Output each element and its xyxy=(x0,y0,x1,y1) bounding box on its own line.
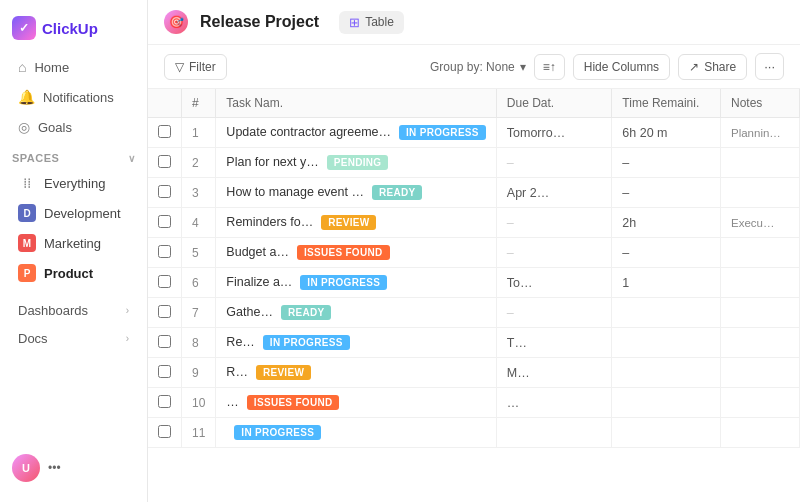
sidebar-dashboards[interactable]: Dashboards › xyxy=(6,297,141,324)
sidebar-nav-home[interactable]: ⌂ Home xyxy=(6,53,141,81)
filter-icon: ▽ xyxy=(175,60,184,74)
user-name: ••• xyxy=(48,461,61,475)
table-row[interactable]: 7Gathe…READY– xyxy=(148,298,800,328)
status-badge: READY xyxy=(372,185,423,200)
space-development-label: Development xyxy=(44,206,121,221)
sidebar-item-everything[interactable]: ⁞⁞ Everything xyxy=(6,169,141,197)
row-checkbox[interactable] xyxy=(148,418,182,448)
col-notes[interactable]: Notes xyxy=(720,89,799,118)
row-notes xyxy=(720,298,799,328)
table-view-tab[interactable]: ⊞ Table xyxy=(339,11,404,34)
row-notes xyxy=(720,328,799,358)
table-row[interactable]: 4Reminders fo…REVIEW–2hExecu… xyxy=(148,208,800,238)
sidebar-docs[interactable]: Docs › xyxy=(6,325,141,352)
sidebar-nav-goals[interactable]: ◎ Goals xyxy=(6,113,141,141)
row-checkbox[interactable] xyxy=(148,358,182,388)
row-checkbox[interactable] xyxy=(148,148,182,178)
row-time-remaining: – xyxy=(612,238,721,268)
home-icon: ⌂ xyxy=(18,59,26,75)
row-task-name[interactable]: Budget a…ISSUES FOUND xyxy=(216,238,496,268)
everything-icon: ⁞⁞ xyxy=(18,174,36,192)
hide-columns-label: Hide Columns xyxy=(584,60,659,74)
sidebar-item-product[interactable]: P Product xyxy=(6,259,141,287)
row-due-date: Tomorro… xyxy=(496,118,612,148)
row-num: 2 xyxy=(182,148,216,178)
sidebar-item-development[interactable]: D Development xyxy=(6,199,141,227)
row-notes xyxy=(720,418,799,448)
row-checkbox[interactable] xyxy=(148,238,182,268)
col-due-date[interactable]: Due Dat. xyxy=(496,89,612,118)
row-num: 9 xyxy=(182,358,216,388)
table-row[interactable]: 8Re…IN PROGRESST… xyxy=(148,328,800,358)
row-checkbox[interactable] xyxy=(148,118,182,148)
table-row[interactable]: 9R…REVIEWM… xyxy=(148,358,800,388)
space-product-label: Product xyxy=(44,266,93,281)
status-badge: IN PROGRESS xyxy=(234,425,321,440)
spaces-section-header: Spaces ∨ xyxy=(0,142,147,168)
dashboards-chevron: › xyxy=(126,305,129,316)
table-row[interactable]: 11IN PROGRESS xyxy=(148,418,800,448)
docs-chevron: › xyxy=(126,333,129,344)
group-by-selector[interactable]: Group by: None ▾ xyxy=(430,60,526,74)
table-row[interactable]: 6Finalize a…IN PROGRESSTo…1 xyxy=(148,268,800,298)
marketing-dot: M xyxy=(18,234,36,252)
task-table-container: # Task Nam. Due Dat. Time Remaini. Notes… xyxy=(148,89,800,502)
table-row[interactable]: 3How to manage event …READYApr 2…– xyxy=(148,178,800,208)
share-button[interactable]: ↗ Share xyxy=(678,54,747,80)
nav-goals-label: Goals xyxy=(38,120,72,135)
col-time-remaining[interactable]: Time Remaini. xyxy=(612,89,721,118)
status-badge: IN PROGRESS xyxy=(300,275,387,290)
sidebar-nav-notifications[interactable]: 🔔 Notifications xyxy=(6,83,141,111)
user-profile[interactable]: U ••• xyxy=(0,446,147,490)
status-badge: IN PROGRESS xyxy=(263,335,350,350)
row-notes xyxy=(720,358,799,388)
table-icon: ⊞ xyxy=(349,15,360,30)
row-task-name[interactable]: IN PROGRESS xyxy=(216,418,496,448)
row-checkbox[interactable] xyxy=(148,298,182,328)
task-name-text: How to manage event … xyxy=(226,185,364,199)
app-logo[interactable]: ✓ ClickUp xyxy=(0,12,147,52)
row-checkbox[interactable] xyxy=(148,208,182,238)
table-row[interactable]: 1Update contractor agreeme…IN PROGRESSTo… xyxy=(148,118,800,148)
status-badge: ISSUES FOUND xyxy=(247,395,340,410)
status-badge: READY xyxy=(281,305,332,320)
hide-columns-button[interactable]: Hide Columns xyxy=(573,54,670,80)
task-name-text: Gathe… xyxy=(226,305,273,319)
table-row[interactable]: 10…ISSUES FOUND… xyxy=(148,388,800,418)
row-task-name[interactable]: Finalize a…IN PROGRESS xyxy=(216,268,496,298)
task-table: # Task Nam. Due Dat. Time Remaini. Notes… xyxy=(148,89,800,448)
task-name-text: R… xyxy=(226,365,248,379)
row-task-name[interactable]: Plan for next y…PENDING xyxy=(216,148,496,178)
row-task-name[interactable]: Re…IN PROGRESS xyxy=(216,328,496,358)
row-task-name[interactable]: How to manage event …READY xyxy=(216,178,496,208)
task-name-text: Budget a… xyxy=(226,245,289,259)
row-checkbox[interactable] xyxy=(148,268,182,298)
row-num: 6 xyxy=(182,268,216,298)
sort-button[interactable]: ≡↑ xyxy=(534,54,565,80)
filter-button[interactable]: ▽ Filter xyxy=(164,54,227,80)
share-icon: ↗ xyxy=(689,60,699,74)
more-options-button[interactable]: ··· xyxy=(755,53,784,80)
col-num: # xyxy=(182,89,216,118)
row-task-name[interactable]: …ISSUES FOUND xyxy=(216,388,496,418)
table-row[interactable]: 5Budget a…ISSUES FOUND–– xyxy=(148,238,800,268)
row-time-remaining: – xyxy=(612,148,721,178)
row-notes xyxy=(720,388,799,418)
row-checkbox[interactable] xyxy=(148,388,182,418)
sidebar-item-marketing[interactable]: M Marketing xyxy=(6,229,141,257)
row-task-name[interactable]: Update contractor agreeme…IN PROGRESS xyxy=(216,118,496,148)
spaces-chevron[interactable]: ∨ xyxy=(128,153,136,164)
table-row[interactable]: 2Plan for next y…PENDING–– xyxy=(148,148,800,178)
col-task-name[interactable]: Task Nam. xyxy=(216,89,496,118)
row-checkbox[interactable] xyxy=(148,328,182,358)
row-task-name[interactable]: R…REVIEW xyxy=(216,358,496,388)
task-name-text: Finalize a… xyxy=(226,275,292,289)
task-name-text: Plan for next y… xyxy=(226,155,318,169)
row-task-name[interactable]: Gathe…READY xyxy=(216,298,496,328)
row-due-date: Apr 2… xyxy=(496,178,612,208)
row-task-name[interactable]: Reminders fo…REVIEW xyxy=(216,208,496,238)
status-badge: REVIEW xyxy=(321,215,376,230)
row-checkbox[interactable] xyxy=(148,178,182,208)
row-time-remaining: – xyxy=(612,178,721,208)
status-badge: IN PROGRESS xyxy=(399,125,486,140)
